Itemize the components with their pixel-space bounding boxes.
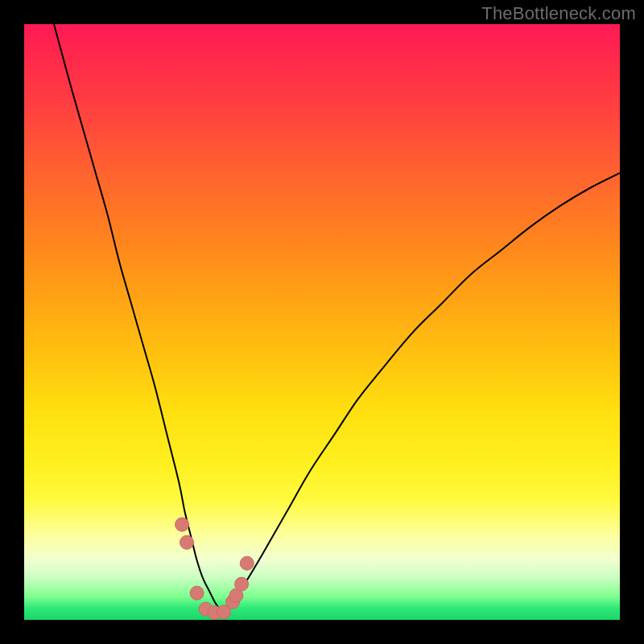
curves-layer xyxy=(24,24,620,620)
data-marker xyxy=(180,535,194,549)
plot-area xyxy=(24,24,620,620)
data-marker xyxy=(190,586,204,600)
chart-frame: TheBottleneck.com xyxy=(0,0,644,644)
watermark-text: TheBottleneck.com xyxy=(481,3,636,24)
bottleneck-curve-left xyxy=(54,24,221,611)
bottleneck-curve-right xyxy=(221,173,620,611)
data-marker xyxy=(175,518,189,531)
marker-group xyxy=(175,518,254,620)
data-marker xyxy=(240,556,254,570)
data-marker xyxy=(235,577,249,591)
